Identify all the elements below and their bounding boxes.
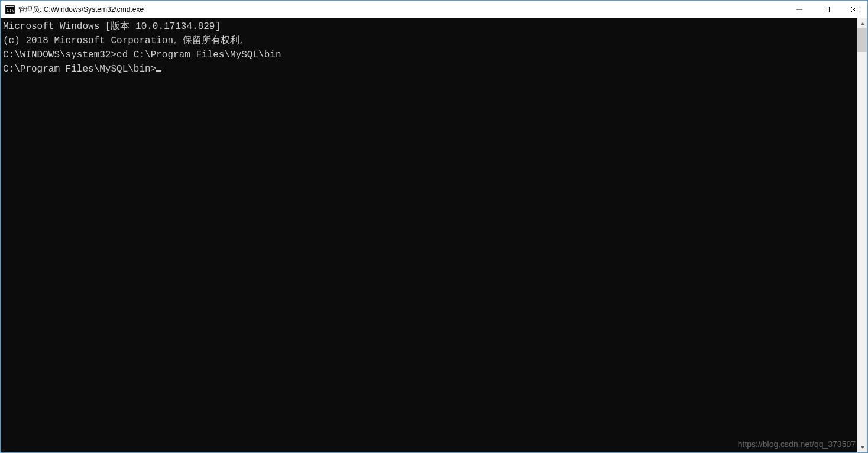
svg-text:C:\: C:\	[7, 8, 14, 13]
prompt-line: C:\Program Files\MySQL\bin>	[3, 62, 855, 76]
titlebar[interactable]: C:\ 管理员: C:\Windows\System32\cmd.exe	[1, 1, 867, 18]
prompt: C:\Program Files\MySQL\bin>	[3, 64, 156, 75]
titlebar-text: 管理员: C:\Windows\System32\cmd.exe	[18, 5, 786, 15]
client-area: Microsoft Windows [版本 10.0.17134.829](c)…	[1, 18, 867, 452]
vertical-scrollbar[interactable]	[857, 18, 867, 452]
svg-rect-1	[6, 6, 14, 7]
scroll-thumb[interactable]	[857, 28, 867, 52]
output-line: (c) 2018 Microsoft Corporation。保留所有权利。	[3, 34, 855, 48]
scroll-track[interactable]	[857, 28, 867, 442]
prompt: C:\WINDOWS\system32>	[3, 50, 116, 60]
command-text: cd C:\Program Files\MySQL\bin	[116, 50, 281, 60]
cmd-window: C:\ 管理员: C:\Windows\System32\cmd.exe Mic…	[0, 0, 868, 453]
output-line: Microsoft Windows [版本 10.0.17134.829]	[3, 20, 855, 34]
svg-rect-4	[824, 7, 830, 12]
terminal-output[interactable]: Microsoft Windows [版本 10.0.17134.829](c)…	[1, 18, 857, 452]
minimize-button[interactable]	[786, 1, 813, 18]
window-controls	[786, 1, 867, 18]
svg-marker-8	[861, 446, 864, 449]
svg-marker-7	[861, 22, 864, 25]
maximize-button[interactable]	[813, 1, 840, 18]
prompt-line: C:\WINDOWS\system32>cd C:\Program Files\…	[3, 48, 855, 62]
scroll-up-arrow[interactable]	[857, 18, 867, 28]
cursor	[156, 70, 161, 72]
scroll-down-arrow[interactable]	[857, 442, 867, 452]
close-button[interactable]	[840, 1, 867, 18]
cmd-icon: C:\	[5, 5, 15, 14]
